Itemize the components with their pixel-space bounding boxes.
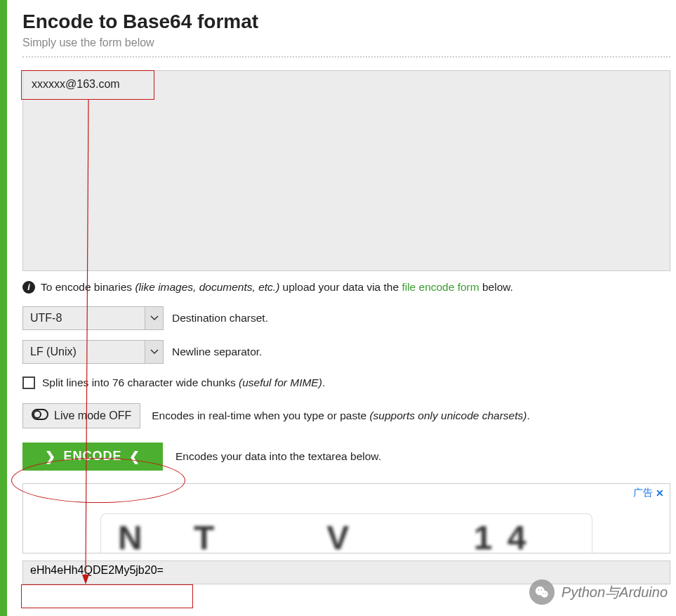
hint-mid: upload your data via the [279, 281, 402, 293]
ad-close-button[interactable]: ✕ [656, 487, 664, 499]
toggle-icon [32, 409, 48, 423]
ad-blurred-text: N T V 1 4 [101, 514, 592, 553]
chevron-down-icon [145, 306, 164, 330]
live-mode-row: Live mode OFF Encodes in real-time when … [22, 403, 670, 428]
ad-label: 广告 [633, 487, 653, 499]
annotation-output-highlight [21, 584, 193, 608]
source-input[interactable] [22, 70, 670, 271]
page-title: Encode to Base64 format [22, 10, 670, 34]
charset-value: UTF-8 [22, 306, 145, 330]
encode-row: ❯ ENCODE ❮ Encodes your data into the te… [22, 443, 670, 471]
svg-point-5 [541, 591, 548, 598]
svg-point-7 [541, 589, 542, 591]
upload-hint-text: To encode binaries (like images, documen… [41, 281, 513, 294]
watermark: Python与Arduino [529, 579, 668, 605]
ad-container: 广告 ✕ N T V 1 4 [22, 483, 670, 553]
main-content: Encode to Base64 format Simply use the f… [22, 0, 670, 584]
split-label-prefix: Split lines into 76 character wide chunk… [42, 376, 239, 388]
live-desc-prefix: Encodes in real-time when you type or pa… [152, 409, 369, 421]
svg-point-9 [545, 593, 546, 594]
charset-row: UTF-8 Destination charset. [22, 306, 670, 330]
divider [22, 56, 670, 58]
live-mode-label: Live mode OFF [54, 409, 131, 422]
split-label-suffix: . [322, 376, 325, 388]
encode-button[interactable]: ❯ ENCODE ❮ [22, 443, 163, 471]
charset-label: Destination charset. [172, 312, 268, 325]
encode-desc: Encodes your data into the textarea belo… [175, 450, 381, 463]
hint-prefix: To encode binaries [41, 281, 135, 293]
upload-hint-row: i To encode binaries (like images, docum… [22, 281, 670, 294]
page-subtitle: Simply use the form below [22, 37, 670, 49]
hint-italic: (like images, documents, etc.) [135, 281, 279, 293]
live-desc-suffix: . [526, 409, 529, 421]
chevron-left-icon: ❮ [129, 449, 140, 464]
chevron-right-icon: ❯ [45, 449, 56, 464]
charset-select[interactable]: UTF-8 [22, 306, 164, 330]
ad-label-row: 广告 ✕ [633, 487, 664, 499]
newline-select[interactable]: LF (Unix) [22, 340, 164, 364]
live-mode-desc: Encodes in real-time when you type or pa… [152, 409, 530, 422]
split-checkbox[interactable] [22, 376, 35, 389]
svg-point-6 [538, 589, 539, 591]
split-label-italic: (useful for MIME) [239, 376, 322, 388]
split-row: Split lines into 76 character wide chunk… [22, 376, 670, 389]
wechat-icon [529, 579, 555, 605]
file-encode-link[interactable]: file encode form [402, 281, 479, 293]
left-accent-bar [0, 0, 7, 616]
encode-button-label: ENCODE [63, 449, 121, 464]
newline-label: Newline separator. [172, 346, 262, 358]
svg-point-8 [543, 593, 543, 594]
chevron-down-icon [145, 340, 164, 364]
split-label: Split lines into 76 character wide chunk… [42, 376, 325, 389]
live-mode-toggle[interactable]: Live mode OFF [22, 403, 140, 428]
hint-suffix: below. [479, 281, 513, 293]
newline-value: LF (Unix) [22, 340, 145, 364]
svg-point-1 [34, 411, 41, 418]
newline-row: LF (Unix) Newline separator. [22, 340, 670, 364]
live-desc-italic: (supports only unicode charsets) [369, 409, 526, 421]
info-icon: i [22, 281, 35, 294]
ad-inner[interactable]: N T V 1 4 [100, 513, 592, 553]
watermark-text: Python与Arduino [562, 583, 668, 602]
